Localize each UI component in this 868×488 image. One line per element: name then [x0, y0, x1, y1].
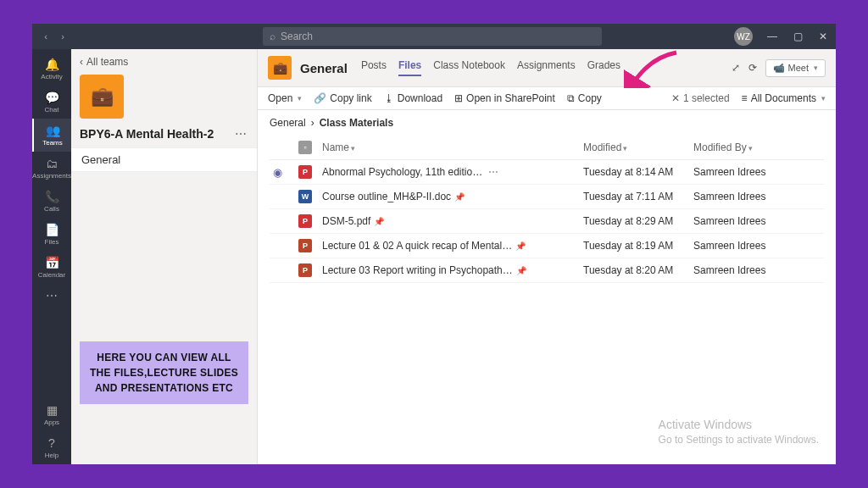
channel-general[interactable]: General [71, 147, 257, 172]
breadcrumb-root[interactable]: General [270, 117, 306, 129]
refresh-icon[interactable]: ⟳ [748, 62, 757, 74]
column-modified-by[interactable]: Modified By▾ [693, 141, 821, 153]
back-to-all-teams[interactable]: ‹ All teams [71, 49, 257, 75]
link-icon: 🔗 [314, 92, 326, 104]
doc-icon: W [298, 190, 312, 203]
ppt-icon: P [298, 263, 312, 277]
rail-teams[interactable]: 👥Teams [32, 119, 71, 152]
open-sharepoint-button[interactable]: ⊞Open in SharePoint [454, 92, 555, 104]
pdf-icon: P [298, 165, 312, 179]
rail-more[interactable]: ⋯ [32, 284, 71, 309]
ppt-icon: P [298, 239, 312, 252]
team-icon: 💼 [80, 75, 124, 119]
file-name: Lecture 01 & 02 A quick recap of Mental…… [322, 240, 583, 252]
tab-files[interactable]: Files [398, 59, 421, 76]
nav-back-icon[interactable]: ‹ [39, 24, 53, 49]
tab-grades[interactable]: Grades [587, 59, 620, 76]
sharepoint-icon: ⊞ [454, 92, 463, 104]
camera-icon: 📹 [773, 63, 785, 74]
rail-files[interactable]: 📄Files [32, 218, 71, 251]
minimize-icon[interactable]: ― [760, 24, 785, 49]
rail-icon: 📄 [32, 223, 71, 236]
main-area: 💼 General PostsFilesClass NotebookAssign… [258, 49, 836, 464]
file-row[interactable]: PLecture 03 Report writing in Psychopath… [270, 258, 824, 283]
file-modified-by: Samreen Idrees [693, 215, 821, 227]
file-type-icon[interactable]: ▫ [298, 141, 322, 154]
pin-icon: 📌 [515, 241, 526, 251]
channel-title: General [300, 61, 348, 75]
search-placeholder: Search [281, 30, 313, 42]
close-icon[interactable]: ✕ [810, 24, 836, 49]
team-name: BPY6-A Mental Health-2 [80, 127, 231, 141]
file-row[interactable]: ◉PAbnormal Psychology, 11th editio… ⋯Tue… [270, 160, 824, 185]
nav-forward-icon[interactable]: › [56, 24, 70, 49]
file-name: Lecture 03 Report writing in Psychopath…… [322, 264, 583, 276]
expand-icon[interactable]: ⤢ [732, 62, 740, 74]
rail-chat[interactable]: 💬Chat [32, 86, 71, 119]
maximize-icon[interactable]: ▢ [785, 24, 810, 49]
download-button[interactable]: ⭳Download [384, 92, 442, 104]
pin-icon: 📌 [516, 266, 526, 275]
copy-link-button[interactable]: 🔗Copy link [314, 92, 371, 104]
team-more-icon[interactable]: ⋯ [231, 127, 250, 141]
rail-help[interactable]: ?Help [32, 431, 71, 464]
file-row[interactable]: WCourse outline_MH&P-II.doc📌Tuesday at 7… [270, 185, 824, 209]
annotation-callout: HERE YOU CAN VIEW ALL THE FILES,LECTURE … [80, 341, 248, 404]
chevron-right-icon: › [311, 117, 314, 129]
row-more-icon[interactable]: ⋯ [488, 166, 498, 178]
view-selector[interactable]: ≡All Documents▾ [742, 92, 826, 104]
left-panel: ‹ All teams 💼 BPY6-A Mental Health-2 ⋯ G… [71, 49, 258, 464]
rail-calls[interactable]: 📞Calls [32, 185, 71, 218]
file-modified: Tuesday at 8:29 AM [583, 215, 693, 227]
channel-icon: 💼 [268, 56, 292, 80]
file-list: ▫ Name▾ Modified▾ Modified By▾ ◉PAbnorma… [258, 136, 836, 464]
file-row[interactable]: PDSM-5.pdf📌Tuesday at 8:29 AMSamreen Idr… [270, 209, 824, 234]
rail-icon: 🔔 [32, 58, 71, 71]
file-modified: Tuesday at 8:19 AM [583, 240, 693, 252]
column-modified[interactable]: Modified▾ [583, 141, 693, 153]
file-modified: Tuesday at 8:14 AM [583, 166, 693, 178]
list-icon: ≡ [742, 92, 748, 104]
copy-button[interactable]: ⧉Copy [567, 92, 602, 104]
rail-icon: ▦ [32, 403, 71, 417]
rail-icon: ? [32, 436, 71, 450]
tab-posts[interactable]: Posts [361, 59, 387, 76]
meet-button[interactable]: 📹 Meet ▾ [765, 59, 826, 77]
tab-assignments[interactable]: Assignments [517, 59, 576, 76]
file-modified: Tuesday at 8:20 AM [583, 264, 693, 276]
action-bar: Open▾ 🔗Copy link ⭳Download ⊞Open in Shar… [258, 87, 836, 110]
rail-activity[interactable]: 🔔Activity [32, 53, 71, 86]
file-modified-by: Samreen Idrees [693, 191, 821, 202]
file-modified-by: Samreen Idrees [693, 264, 821, 276]
file-list-header: ▫ Name▾ Modified▾ Modified By▾ [270, 136, 824, 160]
meet-label: Meet [788, 63, 809, 73]
app-rail: 🔔Activity💬Chat👥Teams🗂Assignments📞Calls📄F… [32, 49, 71, 464]
rail-icon: 🗂 [32, 157, 71, 170]
open-button[interactable]: Open▾ [268, 92, 302, 104]
all-teams-label: All teams [86, 56, 128, 68]
column-name[interactable]: Name▾ [322, 141, 583, 153]
download-icon: ⭳ [384, 92, 394, 104]
row-check-icon[interactable]: ◉ [273, 166, 298, 179]
app-window: ‹ › ⌕ Search WZ ― ▢ ✕ 🔔Activity💬Chat👥Tea… [32, 24, 836, 464]
rail-icon: 👥 [34, 124, 71, 137]
rail-assignments[interactable]: 🗂Assignments [32, 152, 71, 185]
windows-watermark: Activate Windows Go to Settings to activ… [659, 417, 819, 447]
chevron-left-icon: ‹ [80, 56, 83, 68]
tab-class-notebook[interactable]: Class Notebook [433, 59, 505, 76]
pdf-icon: P [298, 214, 312, 228]
search-input[interactable]: ⌕ Search [263, 27, 602, 46]
file-row[interactable]: PLecture 01 & 02 A quick recap of Mental… [270, 234, 824, 258]
rail-icon: 📅 [32, 256, 71, 269]
file-modified-by: Samreen Idrees [693, 240, 821, 252]
file-modified-by: Samreen Idrees [693, 166, 821, 178]
file-modified: Tuesday at 7:11 AM [583, 191, 693, 202]
rail-apps[interactable]: ▦Apps [32, 398, 71, 431]
rail-calendar[interactable]: 📅Calendar [32, 251, 71, 284]
breadcrumb: General › Class Materials [258, 110, 836, 136]
avatar[interactable]: WZ [734, 27, 753, 46]
selection-count[interactable]: ✕1 selected [671, 92, 730, 104]
clear-selection-icon[interactable]: ✕ [671, 92, 680, 104]
rail-icon: ⋯ [32, 289, 71, 302]
titlebar: ‹ › ⌕ Search WZ ― ▢ ✕ [32, 24, 836, 49]
